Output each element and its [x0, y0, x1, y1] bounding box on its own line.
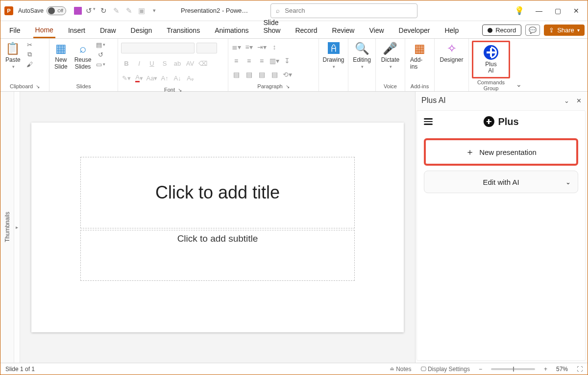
bullets-button[interactable]: ≣▾: [231, 43, 241, 51]
record-button[interactable]: Record: [482, 25, 521, 36]
paste-button[interactable]: 📋 Paste ▾: [3, 41, 23, 70]
new-presentation-button[interactable]: ＋ New presentation: [424, 138, 578, 166]
slide[interactable]: Click to add title Click to add subtitle: [31, 123, 404, 332]
document-title: Presentation2 - Powe…: [181, 7, 248, 14]
layout-icon[interactable]: ▤▾: [96, 41, 105, 49]
group-label-commands: Commands Group: [472, 79, 510, 91]
tab-record[interactable]: Record: [293, 24, 319, 38]
align-middle-button[interactable]: ▤: [270, 70, 279, 79]
reset-icon[interactable]: ↺: [96, 50, 105, 58]
text-direction-button[interactable]: ↧: [282, 56, 292, 65]
change-case-button[interactable]: Aa▾: [147, 73, 157, 83]
character-spacing-button[interactable]: AV: [185, 58, 196, 68]
undo-icon[interactable]: ↺▾: [87, 6, 95, 15]
tab-slideshow[interactable]: Slide Show: [261, 16, 282, 38]
qat-overflow-icon[interactable]: ▾: [150, 7, 158, 14]
font-size-combo[interactable]: [196, 43, 217, 53]
tab-file[interactable]: File: [7, 24, 23, 38]
clear-format-button[interactable]: ⌫: [197, 58, 208, 68]
align-justify-button[interactable]: ▤: [231, 70, 241, 79]
maximize-button[interactable]: ▢: [554, 7, 561, 14]
fit-to-window-button[interactable]: ⛶: [577, 366, 583, 373]
tab-view[interactable]: View: [367, 24, 386, 38]
comments-button[interactable]: 💬: [525, 25, 540, 36]
shadow-button[interactable]: ab: [172, 58, 183, 68]
notes-button[interactable]: ≐ Notes: [390, 366, 412, 373]
columns-button[interactable]: ▥▾: [270, 56, 279, 65]
collapse-ribbon-button[interactable]: ⌄: [513, 39, 527, 91]
subtitle-placeholder[interactable]: Click to add subtitle: [80, 230, 355, 281]
redo-icon[interactable]: ↻: [99, 6, 107, 15]
tab-animations[interactable]: Animations: [213, 24, 250, 38]
present-icon[interactable]: ▣: [138, 6, 146, 15]
italic-button[interactable]: I: [134, 58, 145, 68]
edit-with-ai-button[interactable]: Edit with AI ⌄: [424, 171, 578, 193]
expand-thumbnails-button[interactable]: ▸: [14, 92, 20, 363]
dialog-launcher-icon[interactable]: ↘: [286, 84, 290, 89]
tab-insert[interactable]: Insert: [66, 24, 87, 38]
autosave-toggle[interactable]: Off: [47, 6, 66, 15]
zoom-slider[interactable]: [491, 368, 535, 370]
new-slide-button[interactable]: ▦ New Slide: [52, 41, 70, 71]
align-center-button[interactable]: ≡: [244, 56, 254, 65]
notes-label: Notes: [396, 366, 411, 373]
menu-icon[interactable]: [424, 118, 433, 125]
align-bottom-button[interactable]: ▤: [244, 70, 254, 79]
tab-review[interactable]: Review: [330, 24, 357, 38]
numbering-button[interactable]: ≡▾: [244, 43, 254, 51]
strike-button[interactable]: S: [159, 58, 170, 68]
editing-button[interactable]: 🔍 Editing ▾: [351, 41, 373, 70]
pane-close-icon[interactable]: ✕: [576, 97, 582, 104]
font-name-combo[interactable]: [121, 43, 195, 53]
lightbulb-icon[interactable]: 💡: [516, 7, 523, 14]
quick-tool-icon[interactable]: ✎: [125, 6, 133, 15]
clear-formatting-button[interactable]: Aᵩ: [185, 73, 196, 83]
save-icon[interactable]: [74, 7, 82, 15]
highlight-button[interactable]: ✎▾: [121, 73, 132, 83]
font-color-button[interactable]: A▾: [134, 73, 145, 83]
bold-button[interactable]: B: [121, 58, 132, 68]
dialog-launcher-icon[interactable]: ↘: [36, 84, 40, 89]
close-button[interactable]: ✕: [573, 7, 580, 14]
search-box[interactable]: ⌕: [270, 3, 417, 18]
reuse-slides-button[interactable]: ⌕ Reuse Slides: [73, 41, 94, 71]
grow-font-button[interactable]: A↑: [159, 73, 170, 83]
tab-home[interactable]: Home: [33, 23, 55, 38]
list-level-button[interactable]: ⇥▾: [257, 43, 267, 51]
smartart-button[interactable]: ⟲▾: [282, 70, 292, 79]
title-placeholder[interactable]: Click to add title: [80, 157, 355, 228]
tab-design[interactable]: Design: [129, 24, 154, 38]
tab-draw[interactable]: Draw: [98, 24, 118, 38]
align-right-button[interactable]: ≡: [257, 56, 267, 65]
tab-transitions[interactable]: Transitions: [165, 24, 202, 38]
plus-ai-button[interactable]: Plus AI: [482, 44, 500, 75]
shrink-font-button[interactable]: A↓: [172, 73, 183, 83]
reuse-slides-label: Reuse Slides: [74, 56, 92, 70]
zoom-out-button[interactable]: −: [479, 366, 482, 373]
cut-icon[interactable]: ✂: [25, 41, 34, 49]
pane-dropdown-icon[interactable]: ⌄: [564, 97, 569, 104]
line-spacing-button[interactable]: ↕: [270, 43, 279, 51]
align-top-button[interactable]: ▤: [257, 70, 267, 79]
share-button[interactable]: ⇪ Share ▾: [544, 25, 585, 36]
ribbon-tabs: File Home Insert Draw Design Transitions…: [0, 21, 588, 39]
addins-button[interactable]: ▦ Add-ins: [408, 41, 431, 71]
copy-icon[interactable]: ⧉: [25, 50, 34, 58]
dictate-button[interactable]: 🎤 Dictate ▾: [379, 41, 401, 70]
edit-with-ai-label: Edit with AI: [483, 178, 519, 186]
section-icon[interactable]: ▭▾: [96, 60, 105, 68]
slide-canvas[interactable]: Click to add title Click to add subtitle: [20, 92, 415, 363]
tab-developer[interactable]: Developer: [397, 24, 432, 38]
quick-tool-icon[interactable]: ✎: [112, 6, 120, 15]
display-settings-button[interactable]: 🖵 Display Settings: [420, 366, 470, 373]
drawing-button[interactable]: 🅰 Drawing ▾: [321, 41, 346, 70]
align-left-button[interactable]: ≡: [231, 56, 241, 65]
zoom-in-button[interactable]: +: [544, 366, 547, 373]
search-input[interactable]: [284, 6, 412, 15]
tab-help[interactable]: Help: [442, 24, 461, 38]
minimize-button[interactable]: —: [536, 7, 542, 14]
designer-label: Designer: [440, 56, 463, 63]
designer-button[interactable]: ✧ Designer: [438, 41, 465, 64]
format-painter-icon[interactable]: 🖌: [25, 60, 34, 68]
underline-button[interactable]: U: [147, 58, 157, 68]
